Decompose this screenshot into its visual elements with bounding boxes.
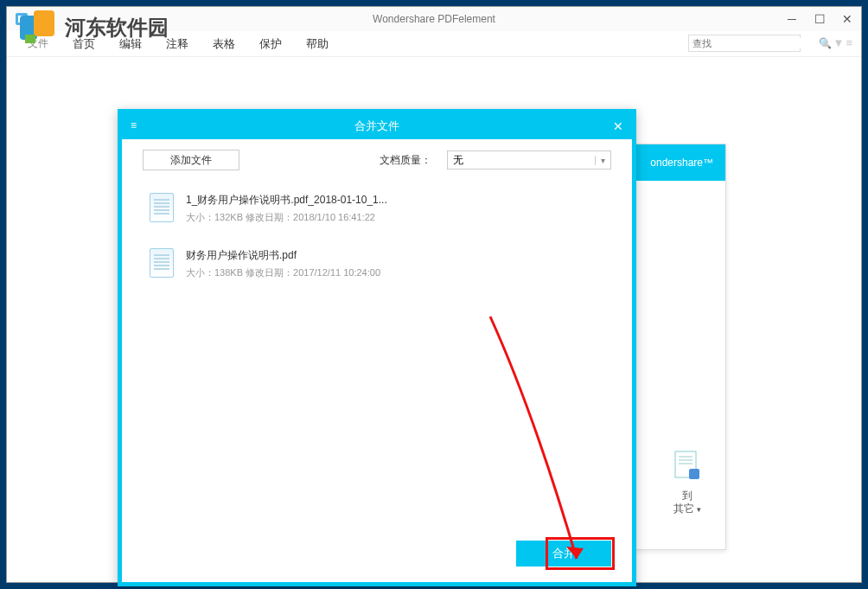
quality-value: 无: [453, 153, 463, 168]
dialog-close-button[interactable]: ✕: [613, 119, 623, 133]
maximize-button[interactable]: ☐: [806, 7, 833, 31]
file-name: 1_财务用户操作说明书.pdf_2018-01-10_1...: [186, 193, 387, 208]
dialog-toolbar: 添加文件 文档质量： 无 ▾: [122, 139, 632, 181]
chevron-down-icon: ▾: [595, 156, 605, 165]
file-meta: 大小：138KB 修改日期：2017/12/11 10:24:00: [186, 266, 380, 279]
quality-label: 文档质量：: [380, 153, 431, 168]
app-window: Wondershare PDFelement ─ ☐ ✕ 文件 首页 编辑 注释…: [6, 6, 862, 583]
dialog-header: ≡ 合并文件 ✕: [122, 113, 632, 139]
svg-rect-1: [18, 16, 25, 22]
window-title: Wondershare PDFelement: [373, 13, 495, 25]
menu-annotate[interactable]: 注释: [156, 33, 199, 55]
menu-protect[interactable]: 保护: [249, 33, 292, 55]
window-controls: ─ ☐ ✕: [778, 7, 861, 31]
merge-button[interactable]: 合并: [516, 541, 611, 567]
minimize-button[interactable]: ─: [778, 7, 806, 31]
nav-arrows: ▲ ▼ ≡: [820, 36, 852, 49]
list-item[interactable]: 1_财务用户操作说明书.pdf_2018-01-10_1... 大小：132KB…: [143, 181, 611, 236]
search-input[interactable]: [689, 38, 815, 48]
file-name: 财务用户操作说明书.pdf: [186, 248, 380, 263]
chevron-down-icon: ▾: [697, 505, 701, 514]
add-file-button[interactable]: 添加文件: [143, 150, 239, 170]
nav-list-icon[interactable]: ≡: [846, 36, 852, 49]
document-icon: [150, 248, 174, 278]
file-list: 1_财务用户操作说明书.pdf_2018-01-10_1... 大小：132KB…: [122, 181, 632, 291]
list-item[interactable]: 财务用户操作说明书.pdf 大小：138KB 修改日期：2017/12/11 1…: [143, 236, 611, 291]
document-convert-icon: [673, 450, 701, 483]
tile-label: 到 其它 ▾: [673, 490, 701, 516]
menu-file[interactable]: 文件: [17, 33, 59, 54]
content-area: 河东软件园 www.pc0359.cn ondershare™ 到 其它 ▾: [7, 57, 861, 582]
menu-table[interactable]: 表格: [202, 33, 246, 55]
search-box[interactable]: 🔍: [688, 35, 801, 52]
brand-text: ondershare™: [650, 157, 713, 169]
menu-home[interactable]: 首页: [62, 33, 105, 55]
app-icon: [14, 11, 29, 27]
menu-help[interactable]: 帮助: [296, 33, 339, 55]
document-icon: [150, 193, 174, 222]
dialog-title: 合并文件: [354, 118, 399, 134]
svg-rect-9: [689, 469, 699, 479]
dialog-footer: 合并: [516, 541, 611, 567]
menubar: 文件 首页 编辑 注释 表格 保护 帮助 🔍 ▲ ▼ ≡: [7, 31, 861, 57]
file-info: 1_财务用户操作说明书.pdf_2018-01-10_1... 大小：132KB…: [186, 193, 387, 224]
close-button[interactable]: ✕: [833, 7, 861, 31]
file-meta: 大小：132KB 修改日期：2018/1/10 16:41:22: [186, 211, 387, 224]
file-info: 财务用户操作说明书.pdf 大小：138KB 修改日期：2017/12/11 1…: [186, 248, 380, 279]
convert-to-other-tile[interactable]: 到 其它 ▾: [673, 450, 701, 516]
dialog-menu-icon[interactable]: ≡: [131, 119, 137, 131]
titlebar: Wondershare PDFelement ─ ☐ ✕: [7, 7, 861, 31]
menu-edit[interactable]: 编辑: [109, 33, 152, 55]
nav-down-icon[interactable]: ▼: [833, 36, 845, 49]
nav-up-icon[interactable]: ▲: [820, 36, 832, 49]
quality-select[interactable]: 无 ▾: [447, 150, 611, 170]
merge-dialog: ≡ 合并文件 ✕ 添加文件 文档质量： 无 ▾ 1_财务用户操作说明书.pdf_…: [118, 109, 636, 586]
